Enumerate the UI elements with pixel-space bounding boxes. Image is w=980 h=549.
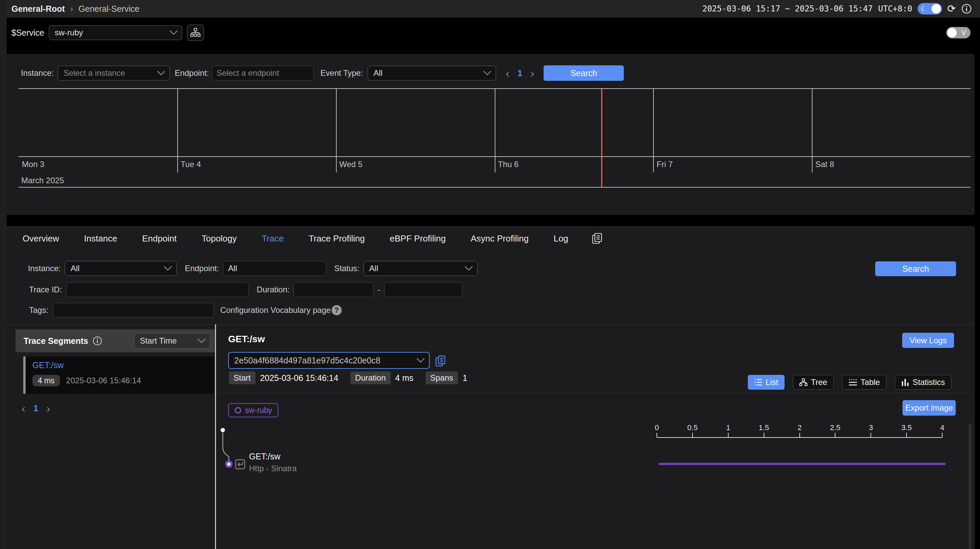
view-mode-list[interactable]: List xyxy=(748,375,784,390)
segment-list-item[interactable]: GET:/sw 4 ms 2025-03-06 15:46:14 xyxy=(23,356,214,394)
endpoint-filter-label: Endpoint: xyxy=(175,68,208,78)
view-mode-statistics[interactable]: Statistics xyxy=(895,375,951,390)
view-mode-buttons: List Tree Table xyxy=(748,375,951,390)
chevron-down-icon xyxy=(169,30,178,35)
calendar-day-label: Mon 3 xyxy=(22,160,45,169)
tab-topology[interactable]: Topology xyxy=(202,233,237,244)
calendar-day-label: Fri 7 xyxy=(657,160,673,169)
vertical-scrollbar[interactable] xyxy=(969,424,972,549)
page-next-icon[interactable]: › xyxy=(530,67,534,79)
calendar-month-label: March 2025 xyxy=(21,176,64,185)
tab-instance[interactable]: Instance xyxy=(84,233,117,244)
view-logs-button[interactable]: View Logs xyxy=(902,333,954,348)
toggle-knob xyxy=(947,28,957,37)
trace-id-select[interactable]: 2e50a4f6884d497a81e97d5c4c20e0c8 xyxy=(228,352,430,369)
trace-filter-row-1: Instance: All Endpoint: Status: All xyxy=(28,261,477,276)
calendar-separator xyxy=(19,156,970,157)
event-endpoint-input[interactable] xyxy=(212,66,314,81)
event-search-button[interactable]: Search xyxy=(544,65,624,81)
info-icon[interactable] xyxy=(961,3,972,14)
service-ring-icon xyxy=(234,406,242,414)
trace-instance-select[interactable]: All xyxy=(65,261,177,276)
dark-mode-toggle[interactable]: ☾ xyxy=(918,3,942,14)
trace-endpoint-input[interactable] xyxy=(223,261,326,276)
chevron-down-icon xyxy=(197,338,206,344)
breadcrumb-root[interactable]: General-Root xyxy=(11,4,65,14)
service-select[interactable]: sw-ruby xyxy=(49,25,182,40)
duration-max-input[interactable] xyxy=(384,282,462,297)
calendar-day-label: Thu 6 xyxy=(498,160,519,169)
chevron-down-icon xyxy=(483,70,492,76)
page-prev-icon[interactable]: ‹ xyxy=(506,67,509,79)
calendar-gridline xyxy=(336,89,337,173)
event-pagination: ‹ 1 › xyxy=(506,67,534,79)
span-duration-bar[interactable] xyxy=(659,463,946,465)
copy-trace-id-icon[interactable] xyxy=(435,355,446,367)
calendar-day-label: Wed 5 xyxy=(339,160,363,169)
variables-toggle[interactable]: V xyxy=(946,27,970,38)
tags-input[interactable] xyxy=(53,303,214,317)
axis-tick-label: 2 xyxy=(797,424,802,432)
segments-pagination: ‹ 1 › xyxy=(22,403,215,414)
calendar-day-label: Sat 8 xyxy=(815,160,834,169)
segment-endpoint-link[interactable]: GET:/sw xyxy=(32,360,64,370)
view-mode-tree[interactable]: Tree xyxy=(793,375,834,390)
page-prev-icon[interactable]: ‹ xyxy=(22,403,25,414)
collapsed-sidebar-strip xyxy=(0,0,7,549)
trace-search-button[interactable]: Search xyxy=(875,261,956,276)
tab-endpoint[interactable]: Endpoint xyxy=(142,233,177,244)
tags-label: Tags: xyxy=(29,306,48,315)
tab-ebpf-profiling[interactable]: eBPF Profiling xyxy=(390,233,446,244)
span-endpoint-name[interactable]: GET:/sw xyxy=(249,452,280,462)
page-next-icon[interactable]: › xyxy=(46,403,50,414)
calendar-gridline xyxy=(812,89,813,173)
axis-tick-label: 1 xyxy=(726,424,730,432)
axis-tick-label: 2.5 xyxy=(830,424,840,432)
moon-icon: ☾ xyxy=(921,5,927,13)
trace-status-value: All xyxy=(369,264,379,273)
axis-tick-label: 1.5 xyxy=(759,424,769,432)
event-calendar[interactable]: Mon 3 Tue 4 Wed 5 Thu 6 Fri 7 Sat 8 Marc… xyxy=(19,88,970,187)
trace-instance-value: All xyxy=(70,264,80,273)
page-number[interactable]: 1 xyxy=(517,68,522,78)
tab-trace[interactable]: Trace xyxy=(261,233,284,244)
toggle-knob xyxy=(931,4,941,13)
time-range-picker[interactable]: 2025-03-06 15:17 ~ 2025-03-06 15:47 xyxy=(702,4,873,13)
trace-id-input[interactable] xyxy=(66,282,249,297)
trace-id-value: 2e50a4f6884d497a81e97d5c4c20e0c8 xyxy=(234,355,380,365)
tab-trace-profiling[interactable]: Trace Profiling xyxy=(309,233,365,244)
spans-chip: Spans xyxy=(426,371,458,384)
refresh-icon[interactable]: ⟳ xyxy=(947,4,956,14)
event-type-select[interactable]: All xyxy=(368,66,496,81)
info-circle-icon[interactable] xyxy=(92,336,102,346)
page-number[interactable]: 1 xyxy=(33,403,38,414)
root-node-dot xyxy=(221,428,225,432)
panel-resize-divider[interactable] xyxy=(215,324,216,549)
calendar-gridline xyxy=(177,89,178,173)
axis-tick-label: 3.5 xyxy=(902,424,912,432)
chevron-down-icon xyxy=(465,266,473,271)
help-icon[interactable]: ? xyxy=(332,305,342,315)
current-time-marker xyxy=(601,89,602,187)
tab-log[interactable]: Log xyxy=(554,233,568,244)
view-mode-table[interactable]: Table xyxy=(842,375,886,390)
tab-async-profiling[interactable]: Async Profiling xyxy=(471,233,529,244)
event-instance-select[interactable]: Select a instance xyxy=(57,66,170,81)
vocabulary-link[interactable]: Configuration Vocabulary page xyxy=(220,306,331,315)
axis-tick-label: 3 xyxy=(869,424,873,432)
event-instance-placeholder: Select a instance xyxy=(64,68,125,78)
breadcrumb-current[interactable]: General-Service xyxy=(78,4,140,14)
duration-min-input[interactable] xyxy=(294,282,374,297)
tab-overview[interactable]: Overview xyxy=(22,233,59,244)
instance-filter-label: Instance: xyxy=(21,68,54,78)
trace-meta-badges: Start 2025-03-06 15:46:14 Duration 4 ms … xyxy=(229,371,468,384)
timeline-axis: 0 0.5 1 1.5 2 2.5 3 3.5 4 xyxy=(657,424,942,438)
export-image-button[interactable]: Export image xyxy=(902,400,956,416)
trace-status-select[interactable]: All xyxy=(364,261,477,276)
trace-detail-panel: GET:/sw View Logs 2e50a4f6884d497a81e97d… xyxy=(220,324,974,549)
service-hierarchy-button[interactable] xyxy=(187,25,204,41)
copy-tabs-icon[interactable] xyxy=(592,233,603,244)
segments-sort-select[interactable]: Start Time xyxy=(134,333,210,349)
service-tag-pill[interactable]: sw-ruby xyxy=(228,403,278,417)
tree-icon xyxy=(799,378,807,386)
